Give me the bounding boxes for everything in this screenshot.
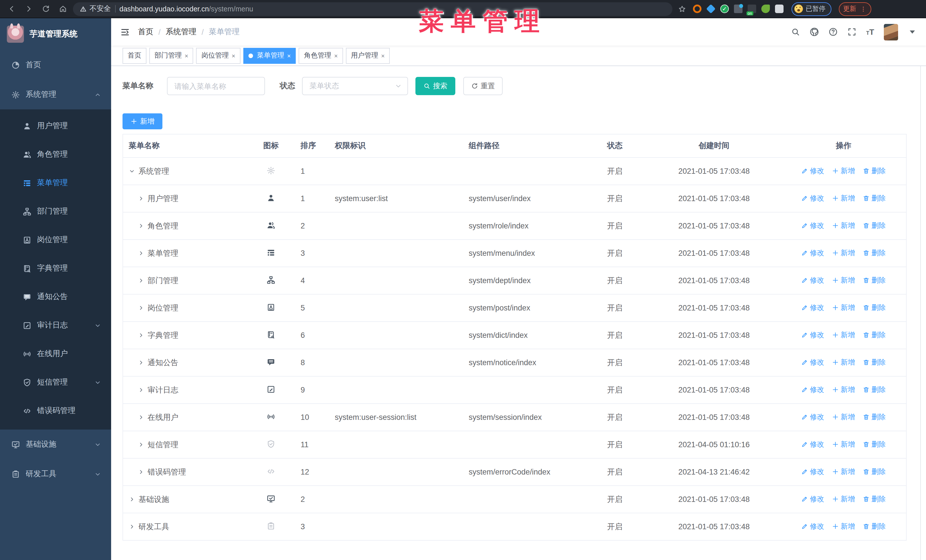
sidebar-item-部门管理[interactable]: 部门管理: [0, 197, 111, 226]
browser-home-icon[interactable]: [56, 2, 70, 16]
edit-link[interactable]: 修改: [802, 358, 824, 367]
status-select[interactable]: 菜单状态: [302, 77, 408, 95]
tab-用户管理[interactable]: 用户管理×: [346, 48, 390, 63]
chevron-right-icon[interactable]: [138, 223, 144, 229]
sidebar-item-通知公告[interactable]: 通知公告: [0, 282, 111, 311]
browser-forward-icon[interactable]: [22, 2, 35, 16]
close-icon[interactable]: ×: [232, 52, 235, 59]
chevron-right-icon[interactable]: [138, 195, 144, 202]
sidebar-item-系统管理[interactable]: 系统管理: [0, 80, 111, 109]
tab-部门管理[interactable]: 部门管理×: [149, 48, 194, 63]
tab-角色管理[interactable]: 角色管理×: [299, 48, 343, 63]
sidebar-item-审计日志[interactable]: 审计日志: [0, 311, 111, 340]
extension-gem-icon[interactable]: [706, 4, 716, 14]
chevron-right-icon[interactable]: [138, 332, 144, 338]
edit-link[interactable]: 修改: [802, 331, 824, 340]
add-link[interactable]: 新增: [832, 385, 855, 395]
scrollbar-gutter[interactable]: [920, 18, 926, 560]
delete-link[interactable]: 删除: [863, 467, 886, 477]
add-link[interactable]: 新增: [832, 522, 855, 531]
add-link[interactable]: 新增: [832, 331, 855, 340]
sidebar-item-角色管理[interactable]: 角色管理: [0, 140, 111, 169]
extension-puzzle-icon[interactable]: [775, 5, 784, 13]
chevron-right-icon[interactable]: [138, 442, 144, 448]
sidebar-item-字典管理[interactable]: 字典管理: [0, 254, 111, 282]
browser-menu-icon[interactable]: [859, 5, 867, 12]
close-icon[interactable]: ×: [381, 52, 385, 59]
add-link[interactable]: 新增: [832, 221, 855, 231]
sidebar-item-在线用户[interactable]: 在线用户: [0, 340, 111, 368]
edit-link[interactable]: 修改: [802, 467, 824, 477]
github-icon[interactable]: [810, 27, 819, 36]
header-search-icon[interactable]: [791, 27, 800, 36]
delete-link[interactable]: 删除: [863, 303, 886, 313]
browser-update-button[interactable]: 更新: [838, 2, 871, 16]
close-icon[interactable]: ×: [287, 52, 291, 59]
chevron-right-icon[interactable]: [138, 305, 144, 311]
breadcrumb-item[interactable]: 首页: [138, 27, 153, 37]
delete-link[interactable]: 删除: [863, 276, 886, 285]
chevron-right-icon[interactable]: [129, 524, 135, 530]
chevron-down-icon[interactable]: [129, 168, 135, 174]
extension-onoff-icon[interactable]: [747, 5, 756, 13]
delete-link[interactable]: 删除: [863, 522, 886, 531]
browser-reload-icon[interactable]: [39, 2, 53, 16]
tab-岗位管理[interactable]: 岗位管理×: [196, 48, 241, 63]
reset-button[interactable]: 重置: [463, 77, 502, 95]
add-link[interactable]: 新增: [832, 194, 855, 203]
sidebar-item-用户管理[interactable]: 用户管理: [0, 112, 111, 140]
user-avatar[interactable]: [884, 24, 898, 40]
add-link[interactable]: 新增: [832, 495, 855, 504]
delete-link[interactable]: 删除: [863, 166, 886, 176]
edit-link[interactable]: 修改: [802, 221, 824, 231]
menu-name-input[interactable]: [167, 77, 265, 95]
sidebar-item-短信管理[interactable]: 短信管理: [0, 368, 111, 397]
add-link[interactable]: 新增: [832, 248, 855, 258]
sidebar-item-研发工具[interactable]: 研发工具: [0, 459, 111, 489]
edit-link[interactable]: 修改: [802, 276, 824, 285]
fullscreen-icon[interactable]: [847, 27, 856, 36]
font-size-icon[interactable]: TT: [866, 27, 874, 36]
add-link[interactable]: 新增: [832, 276, 855, 285]
breadcrumb-item[interactable]: 系统管理: [166, 27, 197, 37]
extension-grid-icon[interactable]: [734, 5, 743, 13]
chevron-right-icon[interactable]: [138, 278, 144, 284]
edit-link[interactable]: 修改: [802, 166, 824, 176]
add-link[interactable]: 新增: [832, 358, 855, 367]
add-link[interactable]: 新增: [832, 440, 855, 450]
sidebar-item-首页[interactable]: 首页: [0, 50, 111, 80]
delete-link[interactable]: 删除: [863, 385, 886, 395]
close-icon[interactable]: ×: [185, 52, 188, 59]
sidebar-fold-icon[interactable]: [120, 27, 130, 37]
tab-首页[interactable]: 首页: [123, 48, 147, 63]
chevron-right-icon[interactable]: [138, 250, 144, 257]
address-bar[interactable]: 不安全 dashboard.yudao.iocoder.cn/system/me…: [73, 2, 672, 16]
chevron-right-icon[interactable]: [138, 359, 144, 366]
add-link[interactable]: 新增: [832, 412, 855, 422]
edit-link[interactable]: 修改: [802, 495, 824, 504]
add-link[interactable]: 新增: [832, 467, 855, 477]
sidebar-item-基础设施[interactable]: 基础设施: [0, 430, 111, 459]
edit-link[interactable]: 修改: [802, 522, 824, 531]
tab-菜单管理[interactable]: 菜单管理×: [243, 48, 296, 63]
delete-link[interactable]: 删除: [863, 495, 886, 504]
help-icon[interactable]: [829, 27, 838, 36]
search-button[interactable]: 搜索: [415, 77, 455, 95]
extension-leaf-icon[interactable]: [761, 5, 770, 13]
browser-back-icon[interactable]: [5, 2, 18, 16]
add-button[interactable]: 新增: [123, 113, 162, 129]
paused-extension-badge[interactable]: 已暂停: [791, 2, 831, 16]
edit-link[interactable]: 修改: [802, 303, 824, 313]
chevron-right-icon[interactable]: [138, 414, 144, 420]
bookmark-star-icon[interactable]: [678, 5, 686, 13]
sidebar-item-岗位管理[interactable]: 岗位管理: [0, 226, 111, 254]
edit-link[interactable]: 修改: [802, 194, 824, 203]
edit-link[interactable]: 修改: [802, 385, 824, 395]
delete-link[interactable]: 删除: [863, 194, 886, 203]
delete-link[interactable]: 删除: [863, 221, 886, 231]
edit-link[interactable]: 修改: [802, 248, 824, 258]
add-link[interactable]: 新增: [832, 166, 855, 176]
delete-link[interactable]: 删除: [863, 331, 886, 340]
delete-link[interactable]: 删除: [863, 440, 886, 450]
edit-link[interactable]: 修改: [802, 412, 824, 422]
